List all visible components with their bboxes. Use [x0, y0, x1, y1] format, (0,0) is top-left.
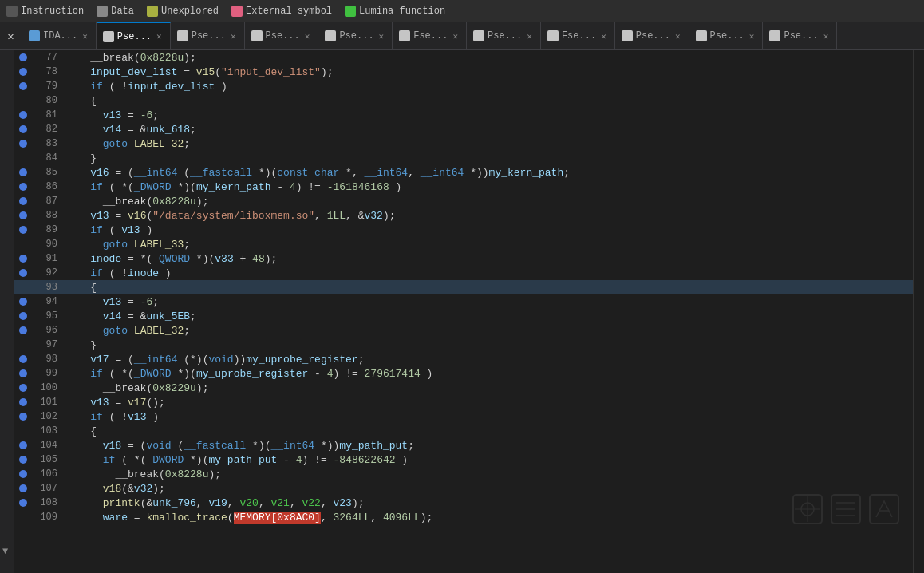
breakpoint-92[interactable]	[14, 269, 32, 277]
line-num-103: 103	[32, 425, 65, 437]
right-scrollbar[interactable]	[913, 50, 924, 573]
line-code-106: __break(0x8228u);	[65, 468, 906, 480]
legend-unexplored-label: Unexplored	[161, 6, 219, 17]
breakpoint-107[interactable]	[14, 484, 32, 492]
code-line-85[interactable]: 85 v16 = (__int64 (__fastcall *)(const c…	[14, 165, 913, 180]
tab-pse1-close[interactable]: ✕	[155, 30, 164, 42]
tab-fse2-label: Fse...	[562, 30, 596, 41]
breakpoint-82[interactable]	[14, 125, 32, 133]
code-line-104[interactable]: 104 v18 = (void (__fastcall *)(__int64 *…	[14, 438, 913, 452]
scroll-down-arrow[interactable]: ▼	[2, 546, 8, 557]
breakpoint-77[interactable]	[14, 53, 32, 61]
tab-pse2-close[interactable]: ✕	[229, 30, 238, 42]
line-code-86: if ( *(_DWORD *)(my_kern_path - 4) != -1…	[65, 181, 906, 193]
breakpoint-88[interactable]	[14, 211, 32, 219]
code-line-88[interactable]: 88 v13 = v16("/data/system/liboxmem.so",…	[14, 208, 913, 223]
tab-pse7-close[interactable]: ✕	[748, 30, 756, 42]
code-line-86[interactable]: 86 if ( *(_DWORD *)(my_kern_path - 4) !=…	[14, 180, 913, 194]
tab-pse4-close[interactable]: ✕	[377, 30, 386, 42]
code-line-91[interactable]: 91 inode = *(_QWORD *)(v33 + 48);	[14, 251, 913, 266]
breakpoint-81[interactable]	[14, 111, 32, 119]
code-line-82[interactable]: 82 v14 = &unk_618;	[14, 122, 913, 136]
code-line-77[interactable]: 77 __break(0x8228u);	[14, 50, 913, 65]
breakpoint-87[interactable]	[14, 197, 32, 205]
tab-pse8[interactable]: Pse... ✕	[763, 22, 837, 50]
tab-pse3[interactable]: Pse... ✕	[245, 22, 319, 50]
code-line-94[interactable]: 94 v13 = -6;	[14, 294, 913, 309]
code-line-100[interactable]: 100 __break(0x8229u);	[14, 381, 913, 395]
code-line-89[interactable]: 89 if ( v13 )	[14, 223, 913, 237]
line-num-98: 98	[32, 354, 65, 365]
watermark-icon-3	[868, 493, 900, 525]
tab-fse1-close[interactable]: ✕	[451, 30, 460, 42]
code-line-87[interactable]: 87 __break(0x8228u);	[14, 194, 913, 208]
line-num-85: 85	[32, 167, 65, 178]
code-line-95[interactable]: 95 v14 = &unk_5EB;	[14, 309, 913, 323]
tab-fse2-close[interactable]: ✕	[599, 30, 608, 42]
breakpoint-101[interactable]	[14, 398, 32, 406]
breakpoint-91[interactable]	[14, 255, 32, 263]
breakpoint-100[interactable]	[14, 384, 32, 392]
tab-fse1[interactable]: Fse... ✕	[393, 22, 467, 50]
code-line-78[interactable]: 78 input_dev_list = v15("input_dev_list"…	[14, 65, 913, 79]
code-line-97[interactable]: 97 }	[14, 338, 913, 352]
tab-ida-close[interactable]: ✕	[81, 30, 89, 42]
breakpoint-104[interactable]	[14, 441, 32, 449]
breakpoint-79[interactable]	[14, 82, 32, 90]
code-line-79[interactable]: 79 if ( !input_dev_list )	[14, 79, 913, 93]
code-line-80[interactable]: 80 {	[14, 93, 913, 108]
breakpoint-99[interactable]	[14, 369, 32, 377]
tab-pse6-close[interactable]: ✕	[673, 30, 682, 42]
tab-pse3-close[interactable]: ✕	[303, 30, 312, 42]
breakpoint-78[interactable]	[14, 68, 32, 76]
breakpoint-98[interactable]	[14, 355, 32, 363]
code-line-105[interactable]: 105 if ( *(_DWORD *)(my_path_put - 4) !=…	[14, 452, 913, 467]
tab-fse2[interactable]: Fse... ✕	[541, 22, 615, 50]
code-line-102[interactable]: 102 if ( !v13 )	[14, 409, 913, 424]
code-line-84[interactable]: 84 }	[14, 151, 913, 165]
code-line-90[interactable]: 90 goto LABEL_33;	[14, 237, 913, 251]
tab-pse5[interactable]: Pse... ✕	[467, 22, 541, 50]
tab-pse6[interactable]: Pse... ✕	[615, 22, 689, 50]
code-line-101[interactable]: 101 v13 = v17();	[14, 395, 913, 409]
code-line-107[interactable]: 107 v18(&v32);	[14, 481, 913, 496]
tab-ida[interactable]: IDA... ✕	[22, 22, 97, 50]
breakpoint-96[interactable]	[14, 326, 32, 334]
line-code-90: goto LABEL_33;	[65, 239, 906, 251]
code-line-81[interactable]: 81 v13 = -6;	[14, 108, 913, 122]
breakpoint-102[interactable]	[14, 413, 32, 421]
tab-pse7[interactable]: Pse... ✕	[689, 22, 764, 50]
line-code-95: v14 = &unk_5EB;	[65, 310, 906, 322]
code-line-98[interactable]: 98 v17 = (__int64 (*)(void))my_uprobe_re…	[14, 352, 913, 366]
code-panel[interactable]: 77 __break(0x8228u); 78 input_dev_list =…	[14, 50, 913, 573]
code-line-99[interactable]: 99 if ( *(_DWORD *)(my_uprobe_register -…	[14, 366, 913, 381]
code-line-103[interactable]: 103 {	[14, 424, 913, 438]
code-line-106[interactable]: 106 __break(0x8228u);	[14, 467, 913, 481]
line-num-91: 91	[32, 253, 65, 264]
line-num-101: 101	[32, 397, 65, 408]
breakpoint-105[interactable]	[14, 456, 32, 464]
tab-pse1[interactable]: Pse... ✕	[97, 22, 171, 50]
code-line-108[interactable]: 108 printk(&unk_796, v19, v20, v21, v22,…	[14, 496, 913, 510]
tab-pse8-close[interactable]: ✕	[822, 30, 831, 42]
tab-pse5-close[interactable]: ✕	[525, 30, 534, 42]
tab-pse4[interactable]: Pse... ✕	[318, 22, 393, 50]
code-line-92[interactable]: 92 if ( !inode )	[14, 266, 913, 280]
code-line-83[interactable]: 83 goto LABEL_32;	[14, 136, 913, 151]
code-line-109[interactable]: 109 ware = kmalloc_trace(MEMORY[0x8AC0],…	[14, 510, 913, 524]
breakpoint-85[interactable]	[14, 168, 32, 176]
breakpoint-86[interactable]	[14, 183, 32, 191]
tab-pse2[interactable]: Pse... ✕	[171, 22, 245, 50]
close-all-button[interactable]: ✕	[0, 22, 22, 50]
breakpoint-108[interactable]	[14, 499, 32, 507]
code-line-93[interactable]: 93 {	[14, 280, 913, 294]
code-line-96[interactable]: 96 goto LABEL_32;	[14, 323, 913, 338]
line-num-105: 105	[32, 454, 65, 465]
breakpoint-106[interactable]	[14, 470, 32, 478]
breakpoint-94[interactable]	[14, 298, 32, 306]
breakpoint-83[interactable]	[14, 140, 32, 148]
line-code-107: v18(&v32);	[65, 483, 906, 495]
breakpoint-89[interactable]	[14, 226, 32, 234]
tab-pse4-icon	[325, 30, 336, 41]
breakpoint-95[interactable]	[14, 312, 32, 320]
